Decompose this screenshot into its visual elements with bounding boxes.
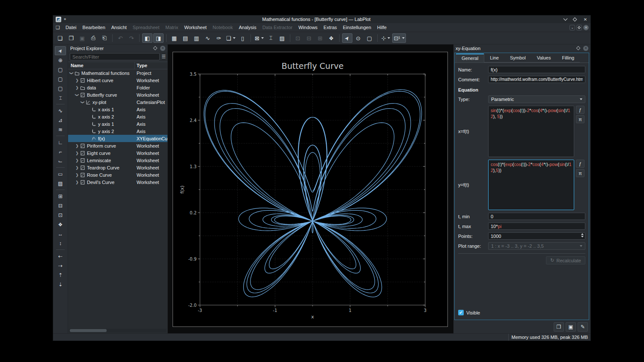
stepper-arrows[interactable] — [581, 233, 584, 237]
load-function-button[interactable]: ❐ — [554, 322, 564, 332]
toggle-project-explorer-button[interactable]: ◧ — [142, 33, 152, 43]
float-panel-icon[interactable] — [576, 46, 581, 50]
filter-options-icon[interactable]: ☰ — [161, 54, 166, 59]
select-tool-button[interactable]: ➤ — [55, 46, 66, 55]
mdi-minimize-button[interactable]: ⌄ — [569, 25, 575, 30]
tab-values[interactable]: Values — [531, 54, 557, 62]
t-max-field[interactable]: 10*pi — [488, 223, 585, 230]
insert-function-button[interactable]: ƒ — [576, 160, 584, 168]
expander-icon[interactable]: ❯ — [75, 151, 79, 155]
insert-function-button[interactable]: ƒ — [576, 106, 584, 114]
new-matrix-button[interactable]: ▥ — [191, 33, 202, 43]
tree-row-xy-plot[interactable]: ❯xy-plotCartesianPlot — [68, 98, 167, 106]
shift-right-x-button[interactable]: ⇢ — [55, 261, 66, 270]
type-column-header[interactable]: Type — [135, 63, 167, 68]
expander-icon[interactable]: ❯ — [75, 166, 79, 170]
add-image-button[interactable]: ▨ — [277, 33, 287, 43]
menu-einstellungen[interactable]: Einstellungen — [340, 24, 374, 31]
t-min-field[interactable] — [488, 213, 585, 220]
titlebar[interactable]: ◩ ⌖ Mathematical functions - [Butterfly … — [53, 15, 590, 23]
butterfly-plot[interactable]: Butterfly Curve-3-1133.52.41.30.2-0.9-2.… — [173, 52, 448, 327]
pin-icon[interactable]: ⌖ — [64, 17, 66, 22]
toggle-properties-explorer-button[interactable]: ◨ — [153, 33, 164, 43]
insert-constant-button[interactable]: π — [576, 169, 584, 177]
expander-icon[interactable]: ❯ — [75, 173, 79, 177]
new-spreadsheet-button[interactable]: ▤ — [180, 33, 191, 43]
show-all-windows-button[interactable]: ❖ — [326, 33, 337, 43]
new-datapicker-button[interactable]: ✑ — [214, 33, 224, 43]
step-up-icon[interactable] — [581, 233, 584, 235]
cursor-tool-button[interactable]: ⌶ — [55, 93, 66, 102]
add-axis-button[interactable]: ∟ — [55, 138, 66, 147]
zoom-fit-button[interactable]: ❖ — [55, 220, 66, 229]
name-field[interactable] — [488, 66, 585, 73]
new-notes-button[interactable]: ▯ — [238, 33, 248, 43]
zoom-out-button[interactable]: ⊟ — [55, 201, 66, 210]
menu-extras[interactable]: Extras — [321, 24, 340, 31]
expander-icon[interactable]: ❯ — [75, 180, 79, 184]
tree-row-mathematical-functions[interactable]: ❯Mathematical functionsProject — [68, 69, 167, 77]
zoom-origin-button[interactable]: ⊡ — [55, 211, 66, 220]
new-worksheet-button[interactable]: ∿ — [203, 33, 213, 43]
add-y-axis-button[interactable]: ⌙ — [55, 157, 66, 166]
save-function-button[interactable]: ▣ — [566, 322, 576, 332]
save-function-as-button[interactable]: ✎ — [578, 322, 588, 332]
tree-row-x-axis-2[interactable]: x axis 2Axis — [68, 113, 167, 120]
tab-general[interactable]: General — [456, 53, 484, 62]
y-equation-field[interactable]: cos(t)*(exp(cos(t))-2*cos(4*t)-pow(sin(t… — [488, 160, 574, 210]
minimize-button[interactable] — [564, 18, 569, 20]
mdi-close-button[interactable]: ✕ — [583, 25, 589, 30]
tree-row-lemniscate[interactable]: ❯LemniscateWorksheet — [68, 157, 167, 164]
add-text-label-button[interactable]: ⌶ — [266, 33, 276, 43]
visible-checkbox[interactable]: ✔ — [458, 310, 464, 315]
worksheet-view[interactable]: Butterfly Curve-3-1133.52.41.30.2-0.9-2.… — [168, 45, 453, 333]
shift-left-x-button[interactable]: ⇠ — [55, 252, 66, 261]
magnification-dropdown[interactable]: ⊹ — [380, 33, 392, 43]
zoom-select-mode-button[interactable]: ▢ — [364, 33, 375, 43]
add-new-dropdown[interactable]: ❏ — [225, 33, 237, 43]
scrollbar-thumb[interactable] — [70, 329, 107, 332]
zoom-in-button[interactable]: ⊞ — [55, 192, 66, 201]
tree-row-piriform-curve[interactable]: ❯Piriform curveWorksheet — [68, 142, 167, 149]
expander-icon[interactable]: ❯ — [75, 86, 79, 90]
search-input[interactable] — [70, 53, 160, 60]
maximize-button[interactable] — [573, 18, 578, 21]
open-project-button[interactable]: ❐ — [66, 33, 76, 43]
equation-type-select[interactable]: Parametric — [488, 95, 585, 103]
menu-analysis[interactable]: Analysis — [236, 24, 259, 31]
expander-icon[interactable]: ❯ — [80, 100, 85, 104]
tree-row-rose-curve[interactable]: ❯Rose CurveWorksheet — [68, 171, 167, 178]
tree-row-eight-curve[interactable]: ❯Eight curveWorksheet — [68, 149, 167, 157]
zoom-x-select-tool-button[interactable]: ▢ — [55, 74, 66, 83]
tree-row-y-axis-2[interactable]: y axis 2Axis — [68, 128, 167, 135]
tree-row-teardrop-curve[interactable]: ❯Teardrop CurveWorksheet — [68, 164, 167, 171]
worksheet-page[interactable]: Butterfly Curve-3-1133.52.41.30.2-0.9-2.… — [173, 52, 448, 327]
print-preview-button[interactable]: ⎗ — [99, 33, 110, 43]
insert-constant-button[interactable]: π — [576, 115, 584, 123]
close-panel-icon[interactable]: ✕ — [160, 46, 165, 51]
tab-symbol[interactable]: Symbol — [504, 54, 531, 62]
add-equation-curve-button[interactable]: ≋ — [55, 125, 66, 134]
menu-ansicht[interactable]: Ansicht — [108, 24, 130, 31]
tab-line[interactable]: Line — [484, 54, 504, 62]
zoom-fit-y-button[interactable]: ↕ — [55, 239, 66, 248]
x-equation-field[interactable]: sin(t)*(exp(cos(t))-2*cos(4*t)-pow(sin(t… — [488, 106, 574, 157]
points-stepper[interactable]: 1000 — [488, 232, 585, 240]
mdi-restore-button[interactable] — [576, 25, 582, 30]
tab-filling[interactable]: Filling — [556, 54, 580, 62]
select-pointer-mode-button[interactable]: ➤ — [342, 33, 352, 43]
menu-windows[interactable]: Windows — [295, 24, 321, 31]
tree-row-devil-s-curve[interactable]: ❯Devil's CurveWorksheet — [68, 178, 167, 186]
zoom-level-dropdown[interactable]: ⊡¹ — [392, 33, 405, 43]
float-panel-icon[interactable] — [153, 46, 158, 50]
properties-header[interactable]: xy-Equation ✕ — [453, 45, 590, 52]
add-histogram-button[interactable]: ⊿ — [55, 116, 66, 125]
tree-row-f-x-[interactable]: f(x)XYEquationCurve — [68, 135, 167, 142]
name-column-header[interactable]: Name — [68, 62, 135, 69]
expander-icon[interactable]: ❯ — [75, 93, 79, 97]
tree-row-data[interactable]: ❯dataFolder — [68, 84, 167, 91]
zoom-select-tool-button[interactable]: ▢ — [55, 65, 66, 74]
tree-row-hilbert-curve[interactable]: ❯Hilbert curveWorksheet — [68, 77, 167, 84]
menu-bearbeiten[interactable]: Bearbeiten — [80, 24, 108, 31]
zoom-fit-x-button[interactable]: ↔ — [55, 229, 66, 238]
